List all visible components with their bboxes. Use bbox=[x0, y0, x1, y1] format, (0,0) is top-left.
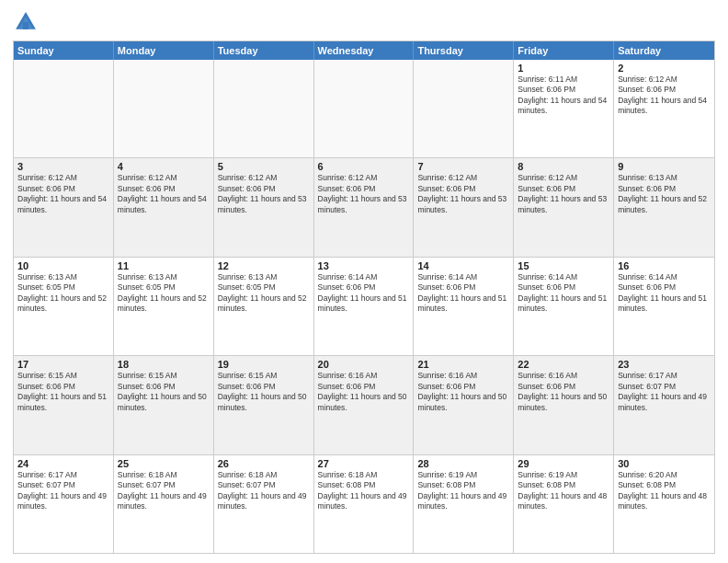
day-cell-4: 4Sunrise: 6:12 AM Sunset: 6:06 PM Daylig… bbox=[114, 158, 214, 256]
day-cell-9: 9Sunrise: 6:13 AM Sunset: 6:06 PM Daylig… bbox=[614, 158, 714, 256]
calendar-row-2: 3Sunrise: 6:12 AM Sunset: 6:06 PM Daylig… bbox=[14, 157, 714, 256]
day-cell-19: 19Sunrise: 6:15 AM Sunset: 6:06 PM Dayli… bbox=[214, 356, 314, 454]
day-cell-3: 3Sunrise: 6:12 AM Sunset: 6:06 PM Daylig… bbox=[14, 158, 114, 256]
empty-cell bbox=[214, 60, 314, 157]
weekday-header-tuesday: Tuesday bbox=[214, 41, 314, 60]
empty-cell bbox=[314, 60, 415, 157]
day-number: 18 bbox=[118, 359, 210, 370]
empty-cell bbox=[14, 60, 114, 157]
day-cell-2: 2Sunrise: 6:12 AM Sunset: 6:06 PM Daylig… bbox=[614, 60, 714, 157]
day-info: Sunrise: 6:12 AM Sunset: 6:06 PM Dayligh… bbox=[17, 173, 109, 215]
day-cell-21: 21Sunrise: 6:16 AM Sunset: 6:06 PM Dayli… bbox=[414, 356, 514, 454]
day-info: Sunrise: 6:14 AM Sunset: 6:06 PM Dayligh… bbox=[318, 272, 410, 315]
day-info: Sunrise: 6:16 AM Sunset: 6:06 PM Dayligh… bbox=[318, 371, 410, 413]
day-cell-6: 6Sunrise: 6:12 AM Sunset: 6:06 PM Daylig… bbox=[314, 158, 415, 256]
day-cell-27: 27Sunrise: 6:18 AM Sunset: 6:08 PM Dayli… bbox=[314, 455, 415, 553]
day-info: Sunrise: 6:20 AM Sunset: 6:08 PM Dayligh… bbox=[618, 470, 711, 512]
day-info: Sunrise: 6:18 AM Sunset: 6:07 PM Dayligh… bbox=[218, 470, 310, 512]
weekday-header-thursday: Thursday bbox=[414, 41, 514, 60]
day-info: Sunrise: 6:12 AM Sunset: 6:06 PM Dayligh… bbox=[218, 173, 310, 215]
day-cell-24: 24Sunrise: 6:17 AM Sunset: 6:07 PM Dayli… bbox=[14, 455, 114, 553]
day-number: 14 bbox=[417, 260, 509, 271]
day-cell-22: 22Sunrise: 6:16 AM Sunset: 6:06 PM Dayli… bbox=[514, 356, 614, 454]
day-number: 10 bbox=[17, 260, 109, 271]
calendar: SundayMondayTuesdayWednesdayThursdayFrid… bbox=[13, 40, 715, 554]
day-number: 6 bbox=[318, 161, 410, 172]
day-info: Sunrise: 6:14 AM Sunset: 6:06 PM Dayligh… bbox=[618, 272, 711, 315]
day-info: Sunrise: 6:17 AM Sunset: 6:07 PM Dayligh… bbox=[17, 470, 109, 512]
weekday-header-wednesday: Wednesday bbox=[314, 41, 415, 60]
day-info: Sunrise: 6:17 AM Sunset: 6:07 PM Dayligh… bbox=[618, 371, 711, 413]
day-info: Sunrise: 6:18 AM Sunset: 6:08 PM Dayligh… bbox=[318, 470, 410, 512]
weekday-header-friday: Friday bbox=[514, 41, 614, 60]
logo-icon bbox=[13, 9, 39, 35]
day-number: 5 bbox=[218, 161, 310, 172]
day-cell-8: 8Sunrise: 6:12 AM Sunset: 6:06 PM Daylig… bbox=[514, 158, 614, 256]
day-info: Sunrise: 6:12 AM Sunset: 6:06 PM Dayligh… bbox=[118, 173, 210, 215]
calendar-row-4: 17Sunrise: 6:15 AM Sunset: 6:06 PM Dayli… bbox=[14, 355, 714, 454]
day-cell-17: 17Sunrise: 6:15 AM Sunset: 6:06 PM Dayli… bbox=[14, 356, 114, 454]
day-cell-23: 23Sunrise: 6:17 AM Sunset: 6:07 PM Dayli… bbox=[614, 356, 714, 454]
day-info: Sunrise: 6:13 AM Sunset: 6:06 PM Dayligh… bbox=[618, 173, 711, 215]
day-info: Sunrise: 6:16 AM Sunset: 6:06 PM Dayligh… bbox=[417, 371, 509, 413]
page: SundayMondayTuesdayWednesdayThursdayFrid… bbox=[0, 0, 728, 563]
day-number: 24 bbox=[17, 458, 109, 469]
day-cell-13: 13Sunrise: 6:14 AM Sunset: 6:06 PM Dayli… bbox=[314, 258, 415, 355]
day-number: 22 bbox=[518, 359, 609, 370]
day-number: 21 bbox=[417, 359, 509, 370]
day-info: Sunrise: 6:15 AM Sunset: 6:06 PM Dayligh… bbox=[17, 371, 109, 413]
day-number: 13 bbox=[318, 260, 410, 271]
day-cell-18: 18Sunrise: 6:15 AM Sunset: 6:06 PM Dayli… bbox=[114, 356, 214, 454]
header bbox=[13, 9, 715, 35]
day-info: Sunrise: 6:14 AM Sunset: 6:06 PM Dayligh… bbox=[518, 272, 609, 315]
day-info: Sunrise: 6:15 AM Sunset: 6:06 PM Dayligh… bbox=[118, 371, 210, 413]
day-info: Sunrise: 6:19 AM Sunset: 6:08 PM Dayligh… bbox=[417, 470, 509, 512]
day-number: 23 bbox=[618, 359, 711, 370]
day-info: Sunrise: 6:12 AM Sunset: 6:06 PM Dayligh… bbox=[518, 173, 609, 215]
empty-cell bbox=[114, 60, 214, 157]
day-cell-20: 20Sunrise: 6:16 AM Sunset: 6:06 PM Dayli… bbox=[314, 356, 415, 454]
day-number: 19 bbox=[218, 359, 310, 370]
day-info: Sunrise: 6:19 AM Sunset: 6:08 PM Dayligh… bbox=[518, 470, 609, 512]
day-number: 1 bbox=[518, 63, 609, 74]
day-number: 7 bbox=[417, 161, 509, 172]
day-cell-7: 7Sunrise: 6:12 AM Sunset: 6:06 PM Daylig… bbox=[414, 158, 514, 256]
weekday-header-monday: Monday bbox=[114, 41, 214, 60]
day-number: 20 bbox=[318, 359, 410, 370]
logo bbox=[13, 9, 42, 35]
day-cell-10: 10Sunrise: 6:13 AM Sunset: 6:05 PM Dayli… bbox=[14, 258, 114, 355]
day-number: 25 bbox=[118, 458, 210, 469]
day-number: 4 bbox=[118, 161, 210, 172]
day-number: 29 bbox=[518, 458, 609, 469]
calendar-row-3: 10Sunrise: 6:13 AM Sunset: 6:05 PM Dayli… bbox=[14, 257, 714, 355]
calendar-row-5: 24Sunrise: 6:17 AM Sunset: 6:07 PM Dayli… bbox=[14, 454, 714, 553]
day-cell-16: 16Sunrise: 6:14 AM Sunset: 6:06 PM Dayli… bbox=[614, 258, 714, 355]
day-number: 17 bbox=[17, 359, 109, 370]
calendar-row-1: 1Sunrise: 6:11 AM Sunset: 6:06 PM Daylig… bbox=[14, 60, 714, 157]
day-number: 26 bbox=[218, 458, 310, 469]
day-number: 11 bbox=[118, 260, 210, 271]
day-number: 9 bbox=[618, 161, 711, 172]
day-cell-14: 14Sunrise: 6:14 AM Sunset: 6:06 PM Dayli… bbox=[414, 258, 514, 355]
empty-cell bbox=[414, 60, 514, 157]
day-number: 30 bbox=[618, 458, 711, 469]
day-info: Sunrise: 6:16 AM Sunset: 6:06 PM Dayligh… bbox=[518, 371, 609, 413]
day-cell-30: 30Sunrise: 6:20 AM Sunset: 6:08 PM Dayli… bbox=[614, 455, 714, 553]
day-number: 27 bbox=[318, 458, 410, 469]
day-info: Sunrise: 6:13 AM Sunset: 6:05 PM Dayligh… bbox=[17, 272, 109, 315]
svg-rect-2 bbox=[23, 22, 28, 29]
day-info: Sunrise: 6:14 AM Sunset: 6:06 PM Dayligh… bbox=[417, 272, 509, 315]
day-info: Sunrise: 6:15 AM Sunset: 6:06 PM Dayligh… bbox=[218, 371, 310, 413]
day-number: 28 bbox=[417, 458, 509, 469]
day-number: 12 bbox=[218, 260, 310, 271]
day-cell-25: 25Sunrise: 6:18 AM Sunset: 6:07 PM Dayli… bbox=[114, 455, 214, 553]
day-info: Sunrise: 6:13 AM Sunset: 6:05 PM Dayligh… bbox=[118, 272, 210, 315]
day-cell-1: 1Sunrise: 6:11 AM Sunset: 6:06 PM Daylig… bbox=[514, 60, 614, 157]
calendar-body: 1Sunrise: 6:11 AM Sunset: 6:06 PM Daylig… bbox=[14, 60, 714, 553]
calendar-header: SundayMondayTuesdayWednesdayThursdayFrid… bbox=[14, 41, 714, 60]
day-cell-28: 28Sunrise: 6:19 AM Sunset: 6:08 PM Dayli… bbox=[414, 455, 514, 553]
weekday-header-sunday: Sunday bbox=[14, 41, 114, 60]
day-info: Sunrise: 6:12 AM Sunset: 6:06 PM Dayligh… bbox=[618, 75, 711, 117]
day-cell-15: 15Sunrise: 6:14 AM Sunset: 6:06 PM Dayli… bbox=[514, 258, 614, 355]
day-info: Sunrise: 6:13 AM Sunset: 6:05 PM Dayligh… bbox=[218, 272, 310, 315]
